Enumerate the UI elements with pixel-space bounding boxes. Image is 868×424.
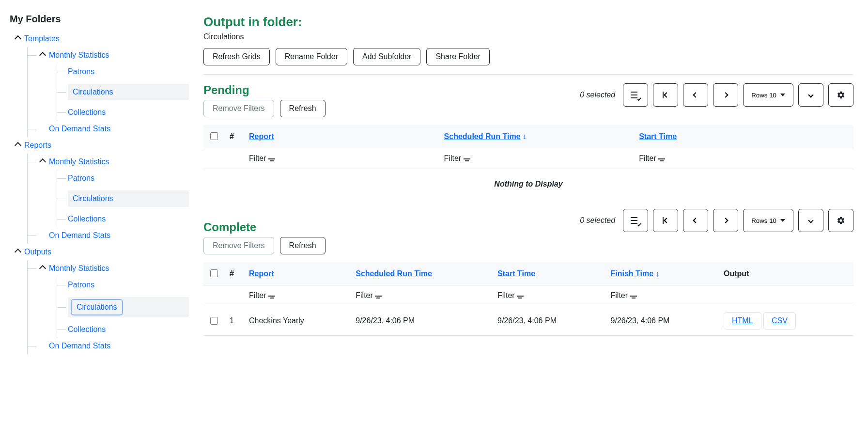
tree-link[interactable]: Patrons	[68, 281, 94, 289]
filter-icon	[268, 296, 275, 298]
tree-link[interactable]: Reports	[24, 141, 51, 150]
tree-item-circulations[interactable]: Circulations	[57, 293, 189, 321]
tree-link[interactable]: On Demand Stats	[49, 125, 110, 133]
complete-grid-controls: 0 selected Rows 10	[580, 209, 853, 232]
rows-label: Rows 10	[751, 217, 776, 224]
page-first-icon	[663, 92, 668, 98]
select-all-checkbox[interactable]	[210, 269, 218, 277]
tree-link[interactable]: Monthly Statistics	[49, 157, 109, 166]
filter-cell[interactable]: Filter	[493, 285, 605, 306]
chevron-up-icon[interactable]	[14, 141, 22, 150]
tree-link[interactable]: Circulations	[77, 303, 117, 311]
tree-link[interactable]: Templates	[24, 34, 60, 43]
column-num: #	[225, 125, 244, 148]
divider	[203, 74, 853, 75]
row-checkbox[interactable]	[210, 317, 218, 325]
page-first-button[interactable]	[653, 83, 678, 107]
filter-cell[interactable]: Filter	[244, 285, 351, 306]
refresh-button[interactable]: Refresh	[280, 237, 326, 254]
chevron-up-icon[interactable]	[14, 34, 22, 43]
refresh-button[interactable]: Refresh	[280, 100, 326, 117]
tree-item-patrons[interactable]: Patrons	[57, 277, 189, 293]
chevron-up-icon[interactable]	[38, 264, 47, 273]
page-next-button[interactable]	[713, 83, 738, 107]
chevron-up-icon[interactable]	[38, 157, 47, 166]
tree-link[interactable]: Collections	[68, 325, 106, 334]
tree-item-on-demand[interactable]: On Demand Stats	[28, 338, 189, 354]
tree-item-patrons[interactable]: Patrons	[57, 63, 189, 80]
tree-link[interactable]: On Demand Stats	[49, 342, 110, 350]
page-next-button[interactable]	[713, 209, 738, 232]
filter-cell[interactable]: Filter	[634, 148, 853, 169]
column-report[interactable]: Report	[249, 132, 274, 141]
filter-cell[interactable]: Filter	[606, 285, 719, 306]
checklist-icon	[631, 91, 640, 99]
page-first-button[interactable]	[653, 209, 678, 232]
page-prev-button[interactable]	[683, 209, 708, 232]
filter-cell[interactable]: Filter	[351, 285, 493, 306]
tree-link[interactable]: Circulations	[73, 88, 113, 96]
tree-link[interactable]: Patrons	[68, 67, 94, 76]
chevron-right-icon	[723, 92, 728, 97]
filter-cell[interactable]: Filter	[244, 148, 439, 169]
chevron-down-icon	[808, 92, 813, 97]
rows-per-page-select[interactable]: Rows 10	[743, 209, 793, 232]
select-all-checkbox[interactable]	[210, 132, 218, 140]
filter-icon	[464, 158, 470, 161]
rename-folder-button[interactable]: Rename Folder	[276, 48, 347, 65]
grid-actions-button[interactable]	[623, 209, 648, 232]
column-start[interactable]: Start Time	[639, 132, 677, 141]
share-folder-button[interactable]: Share Folder	[426, 48, 490, 65]
column-scheduled[interactable]: Scheduled Run Time	[356, 269, 432, 278]
column-scheduled[interactable]: Scheduled Run Time↓	[444, 132, 527, 141]
tree-item-monthly-statistics[interactable]: Monthly Statistics	[28, 47, 189, 63]
sidebar-title: My Folders	[10, 14, 189, 25]
column-finish[interactable]: Finish Time↓	[611, 269, 660, 278]
expand-button[interactable]	[798, 83, 823, 107]
refresh-grids-button[interactable]: Refresh Grids	[203, 48, 270, 65]
chevron-up-icon[interactable]	[38, 51, 47, 60]
tree-item-monthly-statistics[interactable]: Monthly Statistics	[28, 260, 189, 277]
tree-item-on-demand[interactable]: On Demand Stats	[28, 121, 189, 137]
tree-item-circulations[interactable]: Circulations	[57, 187, 189, 211]
tree-root-templates[interactable]: Templates	[10, 31, 189, 47]
page-prev-button[interactable]	[683, 83, 708, 107]
column-report[interactable]: Report	[249, 269, 274, 278]
tree-link[interactable]: Monthly Statistics	[49, 264, 109, 273]
tree-link[interactable]: On Demand Stats	[49, 231, 110, 240]
chevron-up-icon[interactable]	[14, 248, 22, 256]
chevron-left-icon	[693, 218, 698, 223]
grid-actions-button[interactable]	[623, 83, 648, 107]
tree-item-monthly-statistics[interactable]: Monthly Statistics	[28, 154, 189, 170]
tree-link[interactable]: Outputs	[24, 248, 51, 256]
tree-item-circulations[interactable]: Circulations	[57, 80, 189, 104]
tree-item-collections[interactable]: Collections	[57, 104, 189, 121]
output-html-button[interactable]: HTML	[724, 312, 761, 330]
expand-button[interactable]	[798, 209, 823, 232]
tree-link[interactable]: Collections	[68, 215, 106, 223]
tree-link[interactable]: Patrons	[68, 174, 94, 183]
tree-item-patrons[interactable]: Patrons	[57, 170, 189, 187]
column-num: #	[225, 262, 244, 285]
grid-settings-button[interactable]	[828, 209, 853, 232]
remove-filters-button[interactable]: Remove Filters	[203, 237, 274, 254]
rows-per-page-select[interactable]: Rows 10	[743, 83, 793, 107]
tree-item-collections[interactable]: Collections	[57, 211, 189, 227]
output-csv-button[interactable]: CSV	[763, 312, 796, 330]
tree-link[interactable]: Monthly Statistics	[49, 51, 109, 60]
filter-cell[interactable]: Filter	[439, 148, 635, 169]
column-output: Output	[719, 262, 853, 285]
tree-root-outputs[interactable]: Outputs	[10, 244, 189, 260]
filter-icon	[375, 296, 382, 298]
rows-label: Rows 10	[751, 92, 776, 99]
tree-link[interactable]: Circulations	[73, 194, 113, 203]
tree-link[interactable]: Collections	[68, 108, 106, 117]
gear-icon	[837, 216, 845, 225]
tree-item-collections[interactable]: Collections	[57, 321, 189, 338]
column-start[interactable]: Start Time	[497, 269, 535, 278]
add-subfolder-button[interactable]: Add Subfolder	[353, 48, 420, 65]
remove-filters-button[interactable]: Remove Filters	[203, 100, 274, 117]
tree-root-reports[interactable]: Reports	[10, 137, 189, 154]
tree-item-on-demand[interactable]: On Demand Stats	[28, 227, 189, 244]
grid-settings-button[interactable]	[828, 83, 853, 107]
